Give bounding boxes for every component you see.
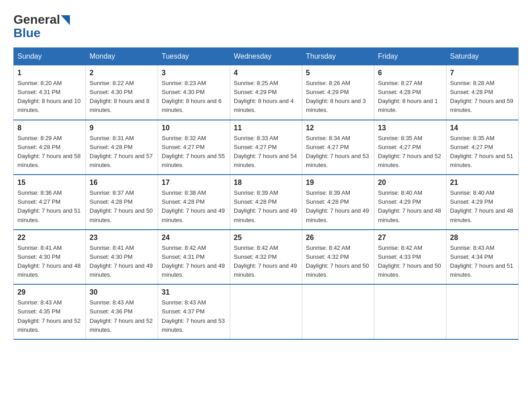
calendar-header-sunday: Sunday: [14, 48, 86, 65]
day-info: Sunrise: 8:37 AM Sunset: 4:28 PM Dayligh…: [90, 188, 154, 225]
calendar-cell: 8 Sunrise: 8:29 AM Sunset: 4:28 PM Dayli…: [14, 120, 86, 175]
day-info: Sunrise: 8:35 AM Sunset: 4:27 PM Dayligh…: [450, 134, 515, 170]
logo-general-text: General: [13, 13, 60, 26]
day-info: Sunrise: 8:34 AM Sunset: 4:27 PM Dayligh…: [306, 134, 370, 170]
day-number: 26: [306, 234, 370, 242]
day-info: Sunrise: 8:26 AM Sunset: 4:29 PM Dayligh…: [306, 79, 370, 115]
day-number: 4: [234, 69, 298, 77]
calendar-cell: 6 Sunrise: 8:27 AM Sunset: 4:28 PM Dayli…: [374, 65, 446, 120]
day-info: Sunrise: 8:33 AM Sunset: 4:27 PM Dayligh…: [234, 134, 298, 170]
logo-blue-text: Blue: [13, 26, 41, 40]
calendar-cell: 24 Sunrise: 8:42 AM Sunset: 4:31 PM Dayl…: [158, 230, 230, 285]
day-info: Sunrise: 8:35 AM Sunset: 4:27 PM Dayligh…: [378, 134, 442, 170]
day-info: Sunrise: 8:43 AM Sunset: 4:36 PM Dayligh…: [90, 298, 154, 334]
calendar-cell: 1 Sunrise: 8:20 AM Sunset: 4:31 PM Dayli…: [14, 65, 86, 120]
day-number: 1: [17, 69, 82, 77]
day-number: 5: [306, 69, 370, 77]
day-info: Sunrise: 8:27 AM Sunset: 4:28 PM Dayligh…: [378, 79, 442, 115]
calendar-cell: 13 Sunrise: 8:35 AM Sunset: 4:27 PM Dayl…: [374, 120, 446, 175]
day-info: Sunrise: 8:41 AM Sunset: 4:30 PM Dayligh…: [17, 244, 82, 280]
calendar-week-1: 1 Sunrise: 8:20 AM Sunset: 4:31 PM Dayli…: [14, 65, 519, 120]
calendar-cell: 19 Sunrise: 8:39 AM Sunset: 4:28 PM Dayl…: [302, 175, 374, 230]
day-number: 3: [162, 69, 226, 77]
day-number: 7: [450, 69, 515, 77]
svg-marker-0: [61, 15, 70, 25]
calendar-cell: 28 Sunrise: 8:43 AM Sunset: 4:34 PM Dayl…: [446, 230, 519, 285]
day-number: 12: [306, 124, 370, 132]
day-number: 25: [234, 234, 298, 242]
calendar-cell: 20 Sunrise: 8:40 AM Sunset: 4:29 PM Dayl…: [374, 175, 446, 230]
calendar-cell: 26 Sunrise: 8:42 AM Sunset: 4:32 PM Dayl…: [302, 230, 374, 285]
day-number: 13: [378, 124, 442, 132]
day-number: 22: [17, 234, 82, 242]
day-number: 21: [450, 179, 515, 187]
day-number: 15: [17, 179, 82, 187]
calendar-cell: 18 Sunrise: 8:39 AM Sunset: 4:28 PM Dayl…: [230, 175, 302, 230]
day-info: Sunrise: 8:38 AM Sunset: 4:28 PM Dayligh…: [162, 188, 226, 225]
calendar-cell: 25 Sunrise: 8:42 AM Sunset: 4:32 PM Dayl…: [230, 230, 302, 285]
calendar-cell: 11 Sunrise: 8:33 AM Sunset: 4:27 PM Dayl…: [230, 120, 302, 175]
calendar-header-wednesday: Wednesday: [230, 48, 302, 65]
day-info: Sunrise: 8:40 AM Sunset: 4:29 PM Dayligh…: [450, 188, 515, 225]
day-info: Sunrise: 8:36 AM Sunset: 4:27 PM Dayligh…: [17, 188, 82, 225]
calendar-cell: 30 Sunrise: 8:43 AM Sunset: 4:36 PM Dayl…: [86, 284, 158, 339]
day-info: Sunrise: 8:20 AM Sunset: 4:31 PM Dayligh…: [17, 79, 82, 115]
day-number: 31: [162, 288, 226, 296]
day-info: Sunrise: 8:41 AM Sunset: 4:30 PM Dayligh…: [90, 244, 154, 280]
day-info: Sunrise: 8:39 AM Sunset: 4:28 PM Dayligh…: [306, 188, 370, 225]
day-number: 30: [90, 288, 154, 296]
day-number: 17: [162, 179, 226, 187]
calendar-cell: 15 Sunrise: 8:36 AM Sunset: 4:27 PM Dayl…: [14, 175, 86, 230]
day-number: 20: [378, 179, 442, 187]
calendar-week-3: 15 Sunrise: 8:36 AM Sunset: 4:27 PM Dayl…: [14, 175, 519, 230]
calendar-cell: 29 Sunrise: 8:43 AM Sunset: 4:35 PM Dayl…: [14, 284, 86, 339]
day-info: Sunrise: 8:29 AM Sunset: 4:28 PM Dayligh…: [17, 134, 82, 170]
day-info: Sunrise: 8:42 AM Sunset: 4:31 PM Dayligh…: [162, 244, 226, 280]
day-number: 8: [17, 124, 82, 132]
day-info: Sunrise: 8:39 AM Sunset: 4:28 PM Dayligh…: [234, 188, 298, 225]
calendar-cell: 12 Sunrise: 8:34 AM Sunset: 4:27 PM Dayl…: [302, 120, 374, 175]
day-number: 28: [450, 234, 515, 242]
day-number: 9: [90, 124, 154, 132]
day-number: 14: [450, 124, 515, 132]
calendar-table: SundayMondayTuesdayWednesdayThursdayFrid…: [13, 47, 519, 340]
calendar-cell: 5 Sunrise: 8:26 AM Sunset: 4:29 PM Dayli…: [302, 65, 374, 120]
calendar-cell: 3 Sunrise: 8:23 AM Sunset: 4:30 PM Dayli…: [158, 65, 230, 120]
day-info: Sunrise: 8:42 AM Sunset: 4:32 PM Dayligh…: [234, 244, 298, 280]
day-info: Sunrise: 8:43 AM Sunset: 4:37 PM Dayligh…: [162, 298, 226, 334]
day-number: 10: [162, 124, 226, 132]
day-info: Sunrise: 8:28 AM Sunset: 4:28 PM Dayligh…: [450, 79, 515, 115]
calendar-week-5: 29 Sunrise: 8:43 AM Sunset: 4:35 PM Dayl…: [14, 284, 519, 339]
calendar-cell: [374, 284, 446, 339]
calendar-header-saturday: Saturday: [446, 48, 519, 65]
calendar-cell: 31 Sunrise: 8:43 AM Sunset: 4:37 PM Dayl…: [158, 284, 230, 339]
calendar-cell: [446, 284, 519, 339]
calendar-cell: 21 Sunrise: 8:40 AM Sunset: 4:29 PM Dayl…: [446, 175, 519, 230]
calendar-header-friday: Friday: [374, 48, 446, 65]
calendar-cell: 7 Sunrise: 8:28 AM Sunset: 4:28 PM Dayli…: [446, 65, 519, 120]
day-info: Sunrise: 8:22 AM Sunset: 4:30 PM Dayligh…: [90, 79, 154, 115]
calendar-cell: 22 Sunrise: 8:41 AM Sunset: 4:30 PM Dayl…: [14, 230, 86, 285]
page-header: General Blue: [13, 13, 519, 40]
day-info: Sunrise: 8:40 AM Sunset: 4:29 PM Dayligh…: [378, 188, 442, 225]
day-info: Sunrise: 8:31 AM Sunset: 4:28 PM Dayligh…: [90, 134, 154, 170]
calendar-cell: 9 Sunrise: 8:31 AM Sunset: 4:28 PM Dayli…: [86, 120, 158, 175]
calendar-cell: 2 Sunrise: 8:22 AM Sunset: 4:30 PM Dayli…: [86, 65, 158, 120]
day-info: Sunrise: 8:32 AM Sunset: 4:27 PM Dayligh…: [162, 134, 226, 170]
day-info: Sunrise: 8:43 AM Sunset: 4:35 PM Dayligh…: [17, 298, 82, 334]
day-info: Sunrise: 8:42 AM Sunset: 4:33 PM Dayligh…: [378, 244, 442, 280]
day-info: Sunrise: 8:42 AM Sunset: 4:32 PM Dayligh…: [306, 244, 370, 280]
day-number: 24: [162, 234, 226, 242]
calendar-week-4: 22 Sunrise: 8:41 AM Sunset: 4:30 PM Dayl…: [14, 230, 519, 285]
day-number: 19: [306, 179, 370, 187]
day-info: Sunrise: 8:25 AM Sunset: 4:29 PM Dayligh…: [234, 79, 298, 115]
logo-arrow-icon: [61, 15, 70, 25]
day-info: Sunrise: 8:23 AM Sunset: 4:30 PM Dayligh…: [162, 79, 226, 115]
day-number: 2: [90, 69, 154, 77]
calendar-cell: 14 Sunrise: 8:35 AM Sunset: 4:27 PM Dayl…: [446, 120, 519, 175]
calendar-cell: 23 Sunrise: 8:41 AM Sunset: 4:30 PM Dayl…: [86, 230, 158, 285]
calendar-cell: 16 Sunrise: 8:37 AM Sunset: 4:28 PM Dayl…: [86, 175, 158, 230]
calendar-header-thursday: Thursday: [302, 48, 374, 65]
calendar-cell: 10 Sunrise: 8:32 AM Sunset: 4:27 PM Dayl…: [158, 120, 230, 175]
calendar-cell: 27 Sunrise: 8:42 AM Sunset: 4:33 PM Dayl…: [374, 230, 446, 285]
